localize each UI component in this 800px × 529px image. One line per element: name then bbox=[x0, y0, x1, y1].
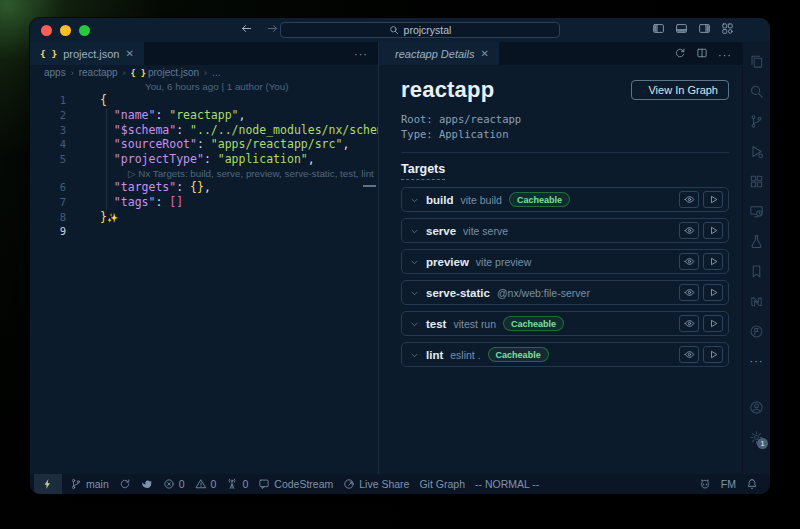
target-command: vite preview bbox=[476, 256, 531, 268]
vim-mode[interactable]: -- NORMAL -- bbox=[470, 474, 544, 494]
chevron-down-icon[interactable] bbox=[410, 346, 419, 364]
layout-panel-bottom-button[interactable] bbox=[675, 21, 688, 39]
view-target-config-button[interactable] bbox=[679, 346, 699, 363]
layout-sidebar-right-button[interactable] bbox=[698, 21, 711, 39]
git-blame-lens[interactable]: You, 6 hours ago | 1 author (You) bbox=[30, 80, 378, 93]
activity-git-graph[interactable] bbox=[743, 316, 770, 346]
activity-extensions[interactable] bbox=[743, 166, 770, 196]
tab-reactapp-details[interactable]: reactapp Details ✕ bbox=[379, 42, 499, 65]
sync-status[interactable] bbox=[114, 474, 136, 494]
chevron-down-icon[interactable] bbox=[410, 222, 419, 240]
run-target-button[interactable] bbox=[703, 315, 723, 332]
line-number: 3 bbox=[30, 123, 66, 138]
title-bar: projcrystal bbox=[30, 18, 770, 42]
run-target-button[interactable] bbox=[703, 191, 723, 208]
breadcrumb-item[interactable]: apps bbox=[44, 67, 66, 78]
window-controls bbox=[41, 25, 90, 36]
eye-row-icon bbox=[684, 287, 695, 298]
close-tab-icon[interactable]: ✕ bbox=[125, 49, 133, 59]
play-icon bbox=[708, 256, 719, 267]
live-share[interactable]: Live Share bbox=[338, 474, 414, 494]
fm-indicator[interactable]: FM bbox=[716, 474, 741, 494]
git-graph-status[interactable]: Git Graph bbox=[414, 474, 470, 494]
type-value: Application bbox=[439, 128, 509, 140]
codestream[interactable]: CodeStream bbox=[253, 474, 338, 494]
zoom-window-button[interactable] bbox=[79, 25, 90, 36]
activity-more[interactable]: ··· bbox=[743, 346, 770, 376]
activity-nx-console[interactable] bbox=[743, 286, 770, 316]
cacheable-badge: Cacheable bbox=[488, 347, 549, 362]
view-target-config-button[interactable] bbox=[679, 222, 699, 239]
line-number: 5 bbox=[30, 152, 66, 167]
line-number: 6 bbox=[30, 180, 66, 195]
line-number: 4 bbox=[30, 137, 66, 152]
target-row-serve-static[interactable]: serve-static@nx/web:file-server bbox=[401, 280, 729, 305]
more-actions-icon[interactable]: ··· bbox=[354, 48, 368, 60]
remote-indicator[interactable] bbox=[34, 474, 62, 494]
git-branch[interactable]: main bbox=[65, 474, 114, 494]
view-target-config-button[interactable] bbox=[679, 253, 699, 270]
remote-explorer-icon bbox=[749, 204, 764, 219]
close-tab-icon[interactable]: ✕ bbox=[481, 49, 489, 59]
activity-testing[interactable] bbox=[743, 226, 770, 256]
problems-warnings[interactable]: 0 bbox=[190, 474, 222, 494]
activity-bookmarks[interactable] bbox=[743, 256, 770, 286]
run-target-button[interactable] bbox=[703, 284, 723, 301]
view-target-config-button[interactable] bbox=[679, 191, 699, 208]
ports[interactable]: 0 bbox=[221, 474, 253, 494]
activity-explorer[interactable] bbox=[743, 46, 770, 76]
minimize-window-button[interactable] bbox=[60, 25, 71, 36]
project-details-panel: reactapp View In Graph Root: apps/reacta… bbox=[379, 65, 742, 474]
activity-source-control[interactable] bbox=[743, 106, 770, 136]
chevron-down-icon[interactable] bbox=[410, 284, 419, 302]
tab-project-json[interactable]: { } project.json ✕ bbox=[30, 42, 144, 65]
notifications[interactable] bbox=[741, 474, 763, 494]
target-row-build[interactable]: buildvite buildCacheable bbox=[401, 187, 729, 212]
play-icon bbox=[708, 194, 719, 205]
layout-sidebar-left-button[interactable] bbox=[652, 21, 665, 39]
breadcrumb-item[interactable]: ... bbox=[212, 67, 220, 78]
line-number: 2 bbox=[30, 108, 66, 123]
copilot-icon bbox=[699, 478, 711, 490]
refresh-button[interactable] bbox=[674, 45, 686, 63]
run-target-button[interactable] bbox=[703, 222, 723, 239]
nx-targets-codelens[interactable]: ▷ Nx Targets: build, serve, preview, ser… bbox=[30, 167, 378, 180]
split-editor-button[interactable] bbox=[696, 45, 708, 63]
layout-panel-bottom-icon bbox=[675, 22, 688, 35]
chevron-down-icon[interactable] bbox=[410, 191, 419, 209]
explorer-icon bbox=[749, 54, 764, 69]
split-editor-icon bbox=[696, 47, 708, 59]
chevron-down-icon[interactable] bbox=[410, 315, 419, 333]
problems-errors[interactable]: 0 bbox=[158, 474, 190, 494]
view-target-config-button[interactable] bbox=[679, 284, 699, 301]
ellipsis-button[interactable]: ··· bbox=[718, 45, 732, 63]
activity-gear[interactable]: 1 bbox=[743, 422, 770, 452]
run-target-button[interactable] bbox=[703, 346, 723, 363]
extension-bird[interactable] bbox=[136, 474, 158, 494]
target-row-test[interactable]: testvitest runCacheable bbox=[401, 311, 729, 336]
view-target-config-button[interactable] bbox=[679, 315, 699, 332]
code-editor[interactable]: You, 6 hours ago | 1 author (You) 1{2 "n… bbox=[30, 80, 378, 474]
activity-run-debug[interactable] bbox=[743, 136, 770, 166]
chevron-down-icon[interactable] bbox=[410, 253, 419, 271]
indent-guide bbox=[106, 108, 107, 210]
cacheable-badge: Cacheable bbox=[509, 192, 570, 207]
activity-account[interactable] bbox=[743, 392, 770, 422]
forward-button[interactable] bbox=[266, 21, 279, 39]
breadcrumb-item[interactable]: reactapp bbox=[79, 67, 118, 78]
copilot[interactable] bbox=[694, 474, 716, 494]
close-window-button[interactable] bbox=[41, 25, 52, 36]
activity-search[interactable] bbox=[743, 76, 770, 106]
back-button[interactable] bbox=[240, 21, 253, 39]
run-target-button[interactable] bbox=[703, 253, 723, 270]
editor-area: { } project.json ✕ ··· apps›reactapp›{ }… bbox=[30, 42, 770, 474]
view-in-graph-button[interactable]: View In Graph bbox=[631, 80, 729, 100]
command-center-search[interactable]: projcrystal bbox=[280, 22, 560, 38]
target-row-serve[interactable]: servevite serve bbox=[401, 218, 729, 243]
target-row-lint[interactable]: linteslint .Cacheable bbox=[401, 342, 729, 367]
activity-remote-explorer[interactable] bbox=[743, 196, 770, 226]
extensions-icon bbox=[749, 174, 764, 189]
target-row-preview[interactable]: previewvite preview bbox=[401, 249, 729, 274]
breadcrumb-item[interactable]: { }project.json bbox=[131, 67, 200, 78]
layout-customize-button[interactable] bbox=[721, 21, 734, 39]
